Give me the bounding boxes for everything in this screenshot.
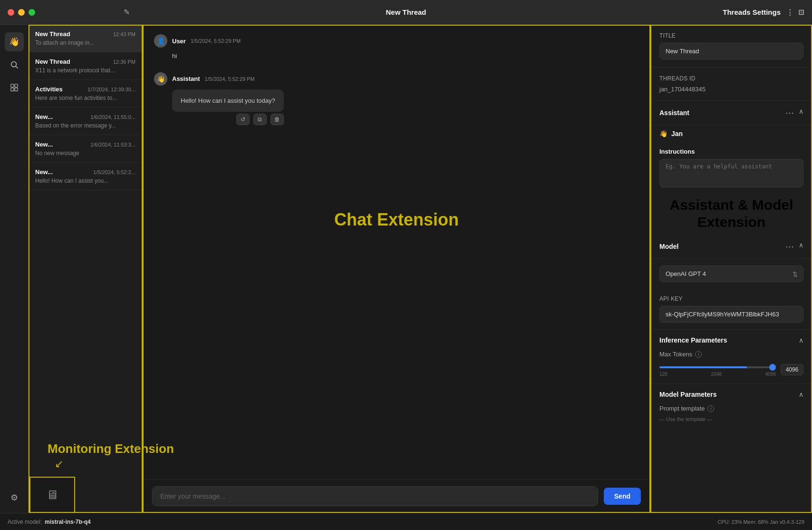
chat-extension-label: Chat Extension <box>334 210 459 230</box>
api-key-section: API Key <box>651 289 812 330</box>
assistant-hand-icon: 👋 <box>659 130 667 137</box>
thread-item-time-0: 12:43 PM <box>113 31 135 37</box>
delete-action-btn[interactable]: 🗑 <box>271 114 284 125</box>
model-section-header: Model ⋯ ∧ <box>651 235 812 259</box>
user-message-time: 1/5/2024, 5:52:29 PM <box>191 38 241 44</box>
assistant-message-time: 1/5/2024, 5:52:29 PM <box>205 76 255 82</box>
sidebar-item-settings[interactable]: ⚙ <box>5 488 24 507</box>
assistant-message-bubble: Hello! How can I assist you today? ↺ ⧉ 🗑 <box>172 89 284 112</box>
inference-section: Inference Parameters ∧ Max Tokens i 128 … <box>651 330 812 384</box>
threads-id-value: jan_1704448345 <box>659 86 803 93</box>
send-button[interactable]: Send <box>604 488 641 505</box>
sidebar-item-search[interactable] <box>5 55 24 74</box>
thread-item-header-5: New... 1/5/2024, 5:52:2... <box>35 168 135 176</box>
titlebar-title: New Thread <box>386 8 426 16</box>
refresh-action-btn[interactable]: ↺ <box>236 114 250 125</box>
thread-item-title-5: New... <box>35 168 53 176</box>
edit-icon[interactable]: ✎ <box>124 8 130 17</box>
inference-header: Inference Parameters ∧ <box>659 336 803 344</box>
model-select-wrapper: OpenAI GPT 4 GPT-3.5 Turbo mistral-ins-7… <box>659 265 803 282</box>
assistant-avatar: 👋 <box>154 72 167 86</box>
model-params-chevron-icon[interactable]: ∧ <box>799 391 803 398</box>
model-chevron-icon[interactable]: ∧ <box>799 241 803 252</box>
model-section-title: Model <box>659 243 678 250</box>
thread-item-preview-5: Hello! How can I assist you... <box>35 177 135 184</box>
copy-action-btn[interactable]: ⧉ <box>253 114 267 125</box>
thread-item-preview-1: X11 is a network protocol that... <box>35 67 135 74</box>
system-stats: CPU: 23% Mem: 68% Jan v0.4.3-129 <box>717 519 804 525</box>
titlebar-right: Threads Settings ⋮ ⊡ <box>723 8 804 17</box>
instructions-section: Instructions <box>651 142 812 195</box>
slider-tick-max: 4096 <box>765 372 776 377</box>
thread-title-input[interactable] <box>659 43 803 59</box>
active-model-label: Active model: <box>8 519 42 525</box>
thread-item-1[interactable]: New Thread 12:36 PM X11 is a network pro… <box>29 52 142 80</box>
thread-item-time-2: 1/7/2024, 12:39:30... <box>87 87 135 92</box>
thread-item-0[interactable]: New Thread 12:43 PM To attach an image i… <box>29 25 142 52</box>
user-sender: User <box>172 38 186 45</box>
model-select[interactable]: OpenAI GPT 4 GPT-3.5 Turbo mistral-ins-7… <box>659 265 803 282</box>
assistant-section-header: Assistant ⋯ ∧ <box>651 101 812 125</box>
status-bar-right: CPU: 23% Mem: 68% Jan v0.4.3-129 <box>717 519 804 525</box>
chat-input-area: Send <box>143 479 650 513</box>
assistant-sender: Assistant <box>172 75 200 82</box>
max-tokens-info-icon[interactable]: i <box>695 351 702 358</box>
sidebar-item-grid[interactable] <box>5 78 24 97</box>
user-avatar: 👤 <box>154 34 167 48</box>
threads-id-label: Threads ID <box>659 75 803 82</box>
api-key-input[interactable] <box>659 306 803 323</box>
status-bar: Active model: mistral-ins-7b-q4 CPU: 23%… <box>0 513 812 530</box>
thread-item-title-2: Activities <box>35 86 63 93</box>
thread-item-4[interactable]: New... 1/6/2024, 11:53:3... No new messa… <box>29 135 142 163</box>
max-tokens-slider[interactable] <box>659 366 776 368</box>
prompt-template-label: Prompt template <box>659 405 705 412</box>
assistant-dots-icon[interactable]: ⋯ <box>785 108 794 118</box>
thread-item-2[interactable]: Activities 1/7/2024, 12:39:30... Here ar… <box>29 80 142 108</box>
thread-item-5[interactable]: New... 1/5/2024, 5:52:2... Hello! How ca… <box>29 163 142 190</box>
thread-item-title-1: New Thread <box>35 58 70 65</box>
title-section: Title <box>651 25 812 68</box>
thread-item-title-3: New... <box>35 113 53 120</box>
svg-rect-3 <box>14 84 17 87</box>
bubble-actions: ↺ ⧉ 🗑 <box>236 114 284 125</box>
dots-menu-icon[interactable]: ⋮ <box>786 8 793 17</box>
titlebar: ✎ New Thread Threads Settings ⋮ ⊡ <box>0 0 812 25</box>
threads-id-section: Threads ID jan_1704448345 <box>651 68 812 101</box>
instructions-label: Instructions <box>659 148 803 155</box>
thread-item-time-5: 1/5/2024, 5:52:2... <box>93 169 135 175</box>
model-params-title: Model Parameters <box>659 391 717 398</box>
slider-container: 128 2048 4096 <box>659 363 776 377</box>
max-tokens-label: Max Tokens <box>659 351 692 358</box>
assistant-name-row: 👋 Jan <box>651 125 812 142</box>
monitor-screen-icon: 🖥 <box>46 488 58 502</box>
window-title: New Thread <box>386 8 426 16</box>
prompt-template-row: Prompt template i <box>659 405 803 412</box>
close-button[interactable] <box>8 9 14 16</box>
svg-line-1 <box>16 66 18 68</box>
sidebar-item-hand[interactable]: 👋 <box>5 32 24 51</box>
prompt-template-info-icon[interactable]: i <box>707 405 714 412</box>
thread-item-header-3: New... 1/6/2024, 11:55:0... <box>35 113 135 120</box>
thread-item-preview-4: No new message <box>35 150 135 157</box>
thread-item-preview-0: To attach an image in... <box>35 39 135 46</box>
instructions-textarea[interactable] <box>659 159 803 187</box>
prompt-template-value: — Use the template — <box>659 416 803 422</box>
thread-item-3[interactable]: New... 1/6/2024, 11:55:0... Based on the… <box>29 108 142 135</box>
slider-tick-min: 128 <box>659 372 667 377</box>
message-group-user: 👤 User 1/5/2024, 5:52:29 PM hi <box>154 34 639 61</box>
svg-rect-2 <box>10 84 13 87</box>
minimize-button[interactable] <box>18 9 25 16</box>
max-tokens-value: 4096 <box>781 364 803 375</box>
inference-chevron-icon[interactable]: ∧ <box>799 336 803 344</box>
right-panel-header-title: Threads Settings <box>723 8 781 16</box>
traffic-lights <box>8 9 35 16</box>
icon-sidebar: 👋 ⚙ <box>0 25 29 513</box>
layout-icon[interactable]: ⊡ <box>798 8 804 17</box>
assistant-chevron-icon[interactable]: ∧ <box>799 108 803 118</box>
maximize-button[interactable] <box>29 9 35 16</box>
slider-tick-mid: 2048 <box>711 372 722 377</box>
assistant-message-content: Hello! How can I assist you today? ↺ ⧉ 🗑 <box>154 89 639 112</box>
model-params-section: Model Parameters ∧ Prompt template i — U… <box>651 384 812 429</box>
model-dots-icon[interactable]: ⋯ <box>785 241 794 252</box>
message-input[interactable] <box>152 486 598 506</box>
